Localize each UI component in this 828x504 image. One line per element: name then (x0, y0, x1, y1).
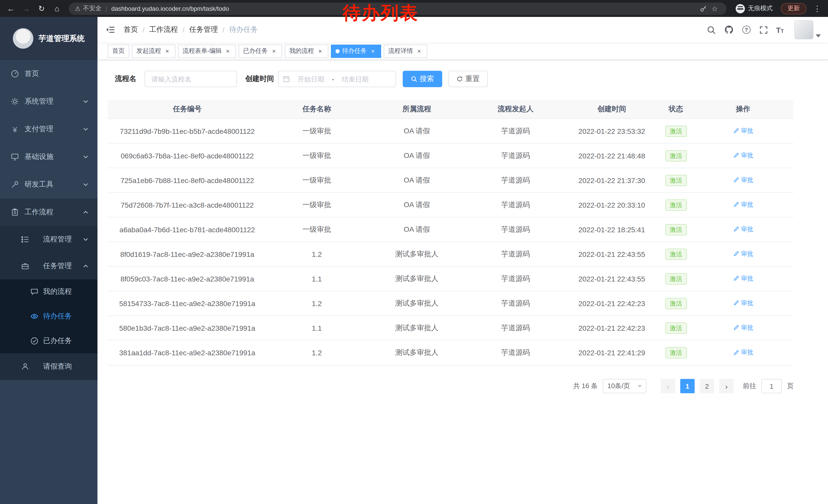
breadcrumb-task-management[interactable]: 任务管理 (189, 25, 218, 34)
approve-link[interactable]: 审批 (733, 200, 753, 209)
close-icon[interactable]: × (317, 47, 324, 55)
approve-link[interactable]: 审批 (733, 127, 753, 135)
kebab-menu-icon[interactable]: ⋮ (811, 2, 824, 15)
sidebar-item-payment[interactable]: ¥ 支付管理 (0, 116, 97, 143)
action-cell: 审批 (693, 127, 794, 136)
sidebar-item-leave-query[interactable]: 请假查询 (0, 353, 97, 380)
update-button[interactable]: 更新 (781, 3, 806, 14)
star-icon[interactable]: ☆ (709, 4, 720, 12)
approve-link[interactable]: 审批 (733, 349, 753, 357)
start-date-input[interactable] (291, 75, 331, 83)
font-size-icon[interactable]: TT (776, 26, 784, 34)
logo[interactable]: 芋道管理系统 (0, 17, 97, 60)
avatar[interactable] (794, 20, 814, 40)
fullscreen-icon[interactable] (758, 25, 769, 35)
starter-cell: 芋道源码 (467, 249, 564, 259)
tab-home[interactable]: 首页 (108, 44, 129, 58)
action-cell: 审批 (693, 151, 794, 160)
calendar-icon (283, 75, 290, 83)
starter-cell: 芋道源码 (467, 176, 564, 185)
edit-icon (733, 325, 739, 331)
approve-link[interactable]: 审批 (733, 324, 753, 332)
sidebar-item-devtools[interactable]: 研发工具 (0, 171, 97, 198)
next-page-button[interactable]: › (719, 379, 734, 393)
close-icon[interactable]: × (271, 47, 278, 55)
approve-link[interactable]: 审批 (733, 274, 753, 283)
refresh-icon[interactable]: ↻ (35, 2, 48, 15)
status-badge: 激活 (665, 150, 687, 161)
tab-form-edit[interactable]: 流程表单-编辑× (178, 44, 236, 58)
table-row: 75d72608-7b7f-11ec-a3c8-acde48001122 一级审… (108, 193, 794, 217)
close-icon[interactable]: × (416, 47, 423, 55)
end-date-input[interactable] (335, 75, 375, 83)
starter-cell: 芋道源码 (467, 200, 564, 210)
sidebar-toggle-icon[interactable] (97, 17, 123, 43)
sidebar-item-my-process[interactable]: 我的流程 (0, 279, 97, 304)
back-icon[interactable]: ← (4, 2, 17, 15)
header-create-time: 创建时间 (564, 104, 659, 114)
approve-link[interactable]: 审批 (733, 151, 753, 160)
reset-button[interactable]: 重置 (448, 71, 488, 87)
status-cell: 激活 (659, 224, 693, 235)
filter-form: 流程名 创建时间 - 搜索 (108, 60, 794, 87)
tab-my-process[interactable]: 我的流程× (285, 44, 328, 58)
breadcrumb-workflow[interactable]: 工作流程 (149, 25, 178, 34)
search-button-label: 搜索 (420, 74, 434, 84)
task-name-cell: 1.1 (267, 324, 367, 332)
chevron-down-icon (83, 127, 88, 132)
approve-link[interactable]: 审批 (733, 225, 753, 234)
approve-link[interactable]: 审批 (733, 176, 753, 185)
action-cell: 审批 (693, 250, 794, 259)
task-id-cell: 580e1b3d-7ac8-11ec-a9e2-a2380e71991a (108, 324, 267, 332)
sidebar-item-task-management[interactable]: 任务管理 (0, 253, 97, 279)
sidebar-item-infrastructure[interactable]: 基础设施 (0, 143, 97, 171)
home-icon[interactable]: ⌂ (50, 2, 64, 15)
breadcrumb-home[interactable]: 首页 (124, 25, 138, 34)
create-time-cell: 2022-01-21 22:43:55 (564, 275, 659, 283)
user-menu[interactable] (794, 20, 821, 40)
key-icon[interactable] (698, 5, 709, 12)
page-size-select[interactable]: 10条/页 (603, 379, 647, 393)
approve-link-label: 审批 (741, 299, 753, 308)
search-icon[interactable] (706, 25, 716, 35)
date-range-picker[interactable]: - (278, 71, 396, 87)
sidebar-item-workflow[interactable]: 工作流程 (0, 198, 97, 226)
sidebar-item-system[interactable]: 系统管理 (0, 88, 97, 116)
task-name-cell: 一级审批 (267, 151, 367, 160)
sidebar-item-done-task[interactable]: 已办任务 (0, 329, 97, 353)
tab-todo-task[interactable]: 待办任务× (331, 44, 381, 58)
approve-link[interactable]: 审批 (733, 299, 753, 308)
search-button[interactable]: 搜索 (403, 71, 442, 87)
sidebar-item-process-management[interactable]: 流程管理 (0, 226, 97, 253)
tab-process-detail[interactable]: 流程详情× (384, 44, 427, 58)
page-number-2[interactable]: 2 (700, 379, 714, 393)
help-icon[interactable]: ? (741, 25, 751, 35)
task-id-cell: 8f0d1619-7ac8-11ec-a9e2-a2380e71991a (108, 250, 267, 258)
task-id-cell: 73211d9d-7b9b-11ec-b5b7-acde48001122 (108, 127, 267, 135)
close-icon[interactable]: × (164, 47, 171, 55)
prev-page-button[interactable]: ‹ (661, 379, 675, 393)
caret-down-icon (816, 34, 821, 37)
tab-label: 已办任务 (243, 47, 268, 55)
tab-label: 流程详情 (388, 47, 413, 55)
edit-icon (733, 177, 739, 183)
sidebar-item-home[interactable]: 首页 (0, 60, 97, 88)
page-number-1[interactable]: 1 (680, 379, 695, 393)
tab-start-process[interactable]: 发起流程× (132, 44, 175, 58)
forward-icon[interactable]: → (19, 2, 33, 15)
github-icon[interactable] (723, 25, 734, 35)
close-icon[interactable]: × (224, 47, 232, 55)
security-label: 不安全 (83, 4, 101, 13)
sidebar-item-label: 基础设施 (25, 152, 53, 162)
approve-link[interactable]: 审批 (733, 250, 753, 259)
sidebar-item-todo-task[interactable]: 待办任务 (0, 304, 97, 329)
process-name-input[interactable] (145, 71, 237, 87)
goto-suffix: 页 (787, 381, 794, 391)
goto-page-input[interactable] (761, 379, 782, 393)
task-name-cell: 一级审批 (267, 225, 367, 234)
create-time-cell: 2022-01-21 22:42:23 (564, 324, 659, 332)
tab-done-task[interactable]: 已办任务× (239, 44, 282, 58)
chevron-down-icon (83, 154, 88, 159)
close-icon[interactable]: × (369, 47, 377, 55)
address-separator: | (106, 5, 107, 12)
